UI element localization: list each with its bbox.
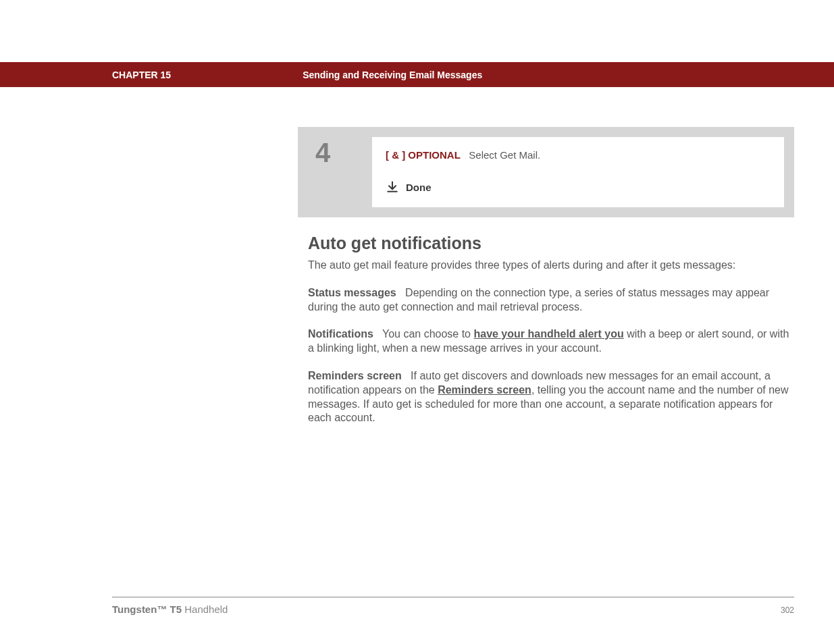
content-area: Auto get notifications The auto get mail… [308, 234, 794, 439]
product-name-bold: Tungsten™ T5 [112, 603, 182, 615]
chapter-title: Sending and Receiving Email Messages [303, 70, 482, 80]
download-done-icon [386, 180, 399, 194]
reminders-label: Reminders screen [308, 370, 402, 381]
optional-label: [ & ] OPTIONAL [386, 149, 461, 161]
step-number: 4 [315, 138, 372, 168]
header-inner: CHAPTER 15 Sending and Receiving Email M… [0, 70, 834, 80]
intro-text: The auto get mail feature provides three… [308, 259, 794, 273]
step-content: [ & ] OPTIONAL Select Get Mail. Done [372, 137, 784, 207]
step-number-cell: 4 [298, 127, 372, 217]
reminders-link[interactable]: Reminders screen [438, 384, 531, 396]
page-number: 302 [781, 606, 794, 615]
done-label: Done [406, 182, 432, 193]
chapter-number: CHAPTER 15 [112, 70, 171, 80]
optional-row: [ & ] OPTIONAL Select Get Mail. [386, 149, 771, 161]
notifications-para: Notifications You can choose to have you… [308, 327, 794, 356]
optional-text: Select Get Mail. [469, 149, 540, 161]
footer: Tungsten™ T5 Handheld 302 [112, 597, 794, 615]
alert-link[interactable]: have your handheld alert you [473, 328, 623, 340]
reminders-para: Reminders screen If auto get discovers a… [308, 369, 794, 425]
section-heading: Auto get notifications [308, 234, 794, 253]
notifications-label: Notifications [308, 328, 373, 340]
step-box: 4 [ & ] OPTIONAL Select Get Mail. Done [298, 127, 794, 217]
product-name-rest: Handheld [182, 603, 228, 615]
done-row: Done [386, 180, 771, 194]
status-messages-para: Status messages Depending on the connect… [308, 286, 794, 315]
product-name: Tungsten™ T5 Handheld [112, 603, 228, 615]
notifications-text-a: You can choose to [382, 328, 474, 340]
chapter-header: CHAPTER 15 Sending and Receiving Email M… [0, 62, 834, 87]
status-messages-label: Status messages [308, 287, 396, 298]
